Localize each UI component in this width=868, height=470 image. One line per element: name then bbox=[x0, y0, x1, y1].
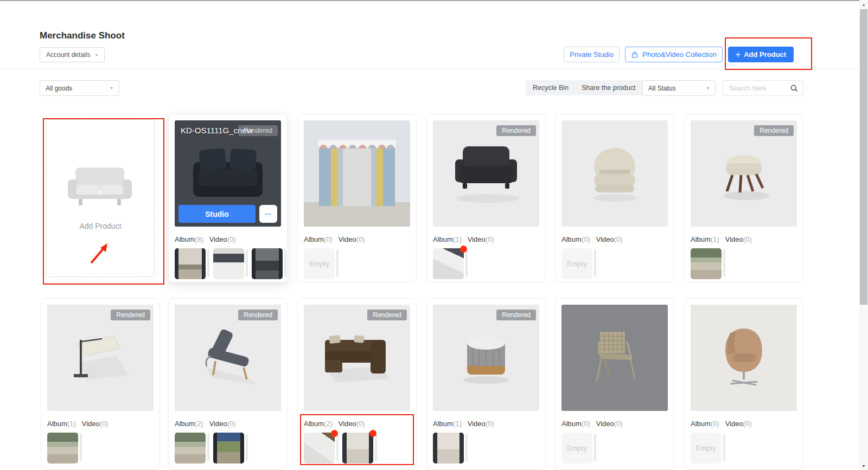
more-actions-button[interactable]: ··· bbox=[259, 205, 277, 223]
private-studio-button[interactable]: Private Studio bbox=[564, 47, 620, 62]
album-tab[interactable]: Album bbox=[47, 420, 67, 428]
scrollbar-thumb[interactable] bbox=[860, 9, 867, 305]
product-image-cream-round-ottoman[interactable]: Rendered bbox=[691, 120, 797, 227]
search-input[interactable] bbox=[728, 84, 790, 93]
product-image-rattan-dining-chair[interactable] bbox=[561, 305, 668, 411]
recycle-bin-button[interactable]: Recycle Bin bbox=[526, 80, 576, 95]
product-image-black-wicker-loveseat[interactable]: Rendered bbox=[433, 120, 539, 227]
video-count[interactable]: (0) bbox=[100, 420, 108, 428]
product-card[interactable]: Album (0) Video (0) Empty bbox=[555, 114, 674, 282]
album-tab[interactable]: Album bbox=[561, 420, 582, 428]
album-tab[interactable]: Album bbox=[433, 420, 453, 428]
video-count[interactable]: (0) bbox=[743, 420, 752, 428]
thumbnail-bar bbox=[80, 434, 82, 461]
album-tab[interactable]: Album bbox=[561, 235, 582, 243]
album-count[interactable]: (0) bbox=[711, 420, 719, 428]
album-thumbnail[interactable] bbox=[433, 433, 464, 463]
album-tab[interactable]: Album bbox=[304, 235, 324, 243]
product-card[interactable]: Rendered Album (1) Video (0) bbox=[426, 298, 546, 470]
product-image-gray-cylinder-ottoman[interactable]: Rendered bbox=[433, 305, 539, 411]
share-product-button[interactable]: Share the product bbox=[575, 80, 642, 95]
album-thumbnail[interactable] bbox=[691, 248, 722, 279]
goods-filter-select[interactable]: All goods ▼ bbox=[40, 80, 119, 96]
video-tab[interactable]: Video bbox=[725, 420, 743, 428]
video-count[interactable]: (0) bbox=[486, 235, 494, 243]
album-count[interactable]: (1) bbox=[67, 420, 76, 428]
product-card[interactable]: Rendered Album (2) Video (0) bbox=[168, 298, 288, 470]
album-count[interactable]: (1) bbox=[711, 235, 719, 243]
video-tab[interactable]: Video bbox=[339, 420, 356, 428]
album-count[interactable]: (1) bbox=[453, 420, 462, 428]
product-image-striped-curtains[interactable] bbox=[304, 120, 410, 227]
album-count[interactable]: (2) bbox=[324, 420, 333, 428]
video-tab[interactable]: Video bbox=[339, 235, 356, 243]
album-count[interactable]: (8) bbox=[195, 235, 203, 243]
product-image-cream-barrel-chair[interactable] bbox=[561, 120, 668, 227]
scroll-up-arrow-icon[interactable]: ▲ bbox=[859, 0, 868, 9]
album-tab[interactable]: Album bbox=[175, 235, 195, 243]
album-thumbnail[interactable] bbox=[213, 433, 244, 463]
scroll-down-arrow-icon[interactable]: ▼ bbox=[859, 461, 868, 470]
album-thumbnail[interactable] bbox=[304, 433, 335, 463]
video-tab[interactable]: Video bbox=[468, 420, 486, 428]
album-tab[interactable]: Album bbox=[433, 235, 453, 243]
search-icon[interactable] bbox=[790, 84, 799, 93]
product-card[interactable]: Album (0) Video (0) Empty bbox=[684, 298, 803, 470]
product-image-gray-chaise-lounge[interactable]: Rendered bbox=[175, 305, 281, 411]
status-filter-select[interactable]: All Status ▼ bbox=[642, 80, 716, 96]
thumb-group bbox=[433, 248, 468, 279]
video-tab[interactable]: Video bbox=[209, 420, 227, 428]
video-count[interactable]: (0) bbox=[356, 420, 365, 428]
video-tab[interactable]: Video bbox=[209, 235, 227, 243]
product-image-cantilever-umbrella[interactable]: Rendered bbox=[47, 305, 154, 411]
video-tab[interactable]: Video bbox=[725, 235, 743, 243]
new-indicator-dot bbox=[369, 430, 376, 437]
video-tab[interactable]: Video bbox=[596, 420, 614, 428]
album-thumbnail[interactable] bbox=[175, 433, 206, 463]
album-count[interactable]: (0) bbox=[582, 235, 590, 243]
product-card[interactable]: Rendered Album (2) Video (0) bbox=[297, 298, 417, 470]
product-card[interactable]: Album (0) Video (0) Empty bbox=[555, 298, 674, 470]
video-count[interactable]: (0) bbox=[227, 235, 236, 243]
album-thumbnail[interactable] bbox=[342, 433, 373, 463]
product-card[interactable]: Rendered Album (1) Video (0) bbox=[41, 298, 160, 470]
video-tab[interactable]: Video bbox=[468, 235, 486, 243]
album-thumbnail[interactable] bbox=[175, 248, 206, 279]
vertical-scrollbar[interactable]: ▲ ▼ bbox=[859, 0, 868, 470]
empty-album-placeholder: Empty bbox=[691, 433, 722, 463]
album-tab[interactable]: Album bbox=[304, 420, 324, 428]
video-count[interactable]: (0) bbox=[614, 235, 623, 243]
product-card[interactable]: Rendered Album (1) Video (0) bbox=[684, 114, 803, 282]
photo-video-collection-button[interactable]: Photo&Video Collection bbox=[625, 47, 723, 62]
account-details-dropdown[interactable]: Account details ▼ bbox=[40, 47, 105, 62]
album-thumbnail[interactable] bbox=[433, 248, 464, 279]
video-count[interactable]: (0) bbox=[227, 420, 236, 428]
album-thumbnail[interactable] bbox=[252, 248, 283, 279]
product-image-brown-sectional-sofa[interactable]: Rendered bbox=[304, 305, 410, 411]
album-count[interactable]: (2) bbox=[195, 420, 203, 428]
product-card[interactable]: KD-OS1111G_cnew Rendered Studio ··· Albu… bbox=[168, 114, 288, 282]
add-product-card[interactable]: Add Product bbox=[41, 114, 160, 282]
add-product-button[interactable]: + Add Product bbox=[728, 47, 794, 62]
video-count[interactable]: (0) bbox=[614, 420, 623, 428]
search-box[interactable] bbox=[722, 80, 803, 96]
album-tab[interactable]: Album bbox=[175, 420, 195, 428]
album-thumbnail[interactable] bbox=[47, 433, 78, 463]
album-count[interactable]: (1) bbox=[453, 235, 462, 243]
video-count[interactable]: (0) bbox=[486, 420, 494, 428]
video-count[interactable]: (0) bbox=[356, 235, 365, 243]
album-thumbnail[interactable] bbox=[213, 248, 244, 279]
product-card[interactable]: Rendered Album (1) Video (0) bbox=[426, 114, 546, 282]
add-product-dropzone[interactable]: Add Product bbox=[46, 119, 155, 277]
album-count[interactable]: (0) bbox=[582, 420, 590, 428]
video-tab[interactable]: Video bbox=[596, 235, 614, 243]
video-tab[interactable]: Video bbox=[82, 420, 100, 428]
product-card[interactable]: Album (0) Video (0) Empty bbox=[297, 114, 417, 282]
product-image-tan-egg-chair[interactable] bbox=[691, 305, 797, 411]
studio-button[interactable]: Studio bbox=[178, 205, 256, 223]
album-tab[interactable]: Album bbox=[691, 420, 711, 428]
product-image-dark-fabric-loveseat[interactable]: KD-OS1111G_cnew Rendered Studio ··· bbox=[175, 120, 281, 227]
album-count[interactable]: (0) bbox=[324, 235, 333, 243]
video-count[interactable]: (0) bbox=[743, 235, 752, 243]
album-tab[interactable]: Album bbox=[691, 235, 711, 243]
